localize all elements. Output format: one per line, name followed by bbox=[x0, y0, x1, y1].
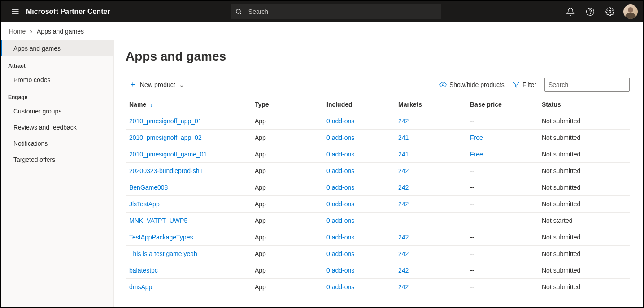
markets-link[interactable]: 241 bbox=[398, 134, 409, 141]
sidebar-item-label: Reviews and feedback bbox=[13, 124, 77, 131]
markets-link[interactable]: 242 bbox=[398, 184, 409, 191]
markets-link[interactable]: 242 bbox=[398, 267, 409, 274]
sidebar-item-promo-codes[interactable]: Promo codes bbox=[1, 72, 113, 88]
addons-link[interactable]: 0 add-ons bbox=[326, 134, 354, 141]
cell-price: -- bbox=[470, 250, 474, 257]
cell-price: -- bbox=[470, 184, 474, 191]
notifications-button[interactable] bbox=[561, 3, 579, 21]
addons-link[interactable]: 0 add-ons bbox=[326, 267, 354, 274]
product-name-link[interactable]: This is a test game yeah bbox=[129, 250, 197, 257]
column-header-type[interactable]: Type bbox=[251, 96, 323, 113]
sidebar-item-label: Apps and games bbox=[13, 45, 61, 52]
new-product-button[interactable]: ＋ New product ⌄ bbox=[126, 77, 188, 92]
cell-type: App bbox=[255, 134, 266, 141]
product-name-link[interactable]: balatestpc bbox=[129, 267, 158, 274]
hamburger-menu-button[interactable] bbox=[6, 7, 24, 16]
markets-link[interactable]: 242 bbox=[398, 283, 409, 291]
cell-status: Not submitted bbox=[542, 234, 580, 241]
global-search-input[interactable] bbox=[248, 8, 437, 15]
addons-link[interactable]: 0 add-ons bbox=[326, 167, 354, 174]
cell-status: Not submitted bbox=[542, 267, 580, 274]
addons-link[interactable]: 0 add-ons bbox=[326, 234, 354, 241]
addons-link[interactable]: 0 add-ons bbox=[326, 250, 354, 257]
markets-link[interactable]: 242 bbox=[398, 250, 409, 257]
table-search[interactable] bbox=[544, 78, 630, 92]
product-name-link[interactable]: dmsApp bbox=[129, 283, 152, 291]
markets-link[interactable]: 242 bbox=[398, 234, 409, 241]
price-link[interactable]: Free bbox=[470, 151, 483, 158]
sidebar-item-targeted-offers[interactable]: Targeted offers bbox=[1, 152, 113, 168]
show-hide-products-button[interactable]: Show/hide products bbox=[439, 81, 505, 88]
sidebar-item-customer-groups[interactable]: Customer groups bbox=[1, 103, 113, 119]
product-name-link[interactable]: 2010_pmesignoff_game_01 bbox=[129, 151, 207, 158]
help-button[interactable] bbox=[581, 3, 599, 21]
cell-type: App bbox=[255, 267, 266, 274]
sidebar-item-reviews-feedback[interactable]: Reviews and feedback bbox=[1, 119, 113, 135]
breadcrumb: Home › Apps and games bbox=[1, 22, 643, 40]
page-title: Apps and games bbox=[126, 49, 630, 64]
layout: Apps and games Attract Promo codes Engag… bbox=[1, 40, 643, 307]
settings-button[interactable] bbox=[601, 3, 619, 21]
product-name-link[interactable]: 20200323-bundleprod-sh1 bbox=[129, 167, 203, 174]
plus-icon: ＋ bbox=[129, 80, 136, 89]
sidebar-item-label: Notifications bbox=[13, 140, 48, 147]
column-header-included[interactable]: Included bbox=[323, 96, 395, 113]
markets-link[interactable]: 242 bbox=[398, 200, 409, 208]
product-name-link[interactable]: TestAppPackageTypes bbox=[129, 234, 193, 241]
filter-label: Filter bbox=[522, 81, 536, 88]
new-product-label: New product bbox=[140, 81, 175, 88]
cell-status: Not submitted bbox=[542, 200, 580, 208]
product-name-link[interactable]: BenGame008 bbox=[129, 184, 168, 191]
product-name-link[interactable]: 2010_pmesignoff_app_01 bbox=[129, 117, 202, 125]
product-name-link[interactable]: MNK_VATPT_UWP5 bbox=[129, 217, 187, 224]
toolbar-right: Show/hide products Filter bbox=[439, 78, 630, 92]
column-header-markets[interactable]: Markets bbox=[395, 96, 466, 113]
breadcrumb-home[interactable]: Home bbox=[9, 28, 26, 35]
cell-status: Not submitted bbox=[542, 151, 580, 158]
cell-price: -- bbox=[470, 200, 474, 208]
markets-link[interactable]: 242 bbox=[398, 167, 409, 174]
help-icon bbox=[586, 7, 595, 16]
table-row: balatestpcApp0 add-ons242--Not submitted bbox=[126, 262, 630, 279]
main-content: Apps and games ＋ New product ⌄ Show/hide… bbox=[114, 40, 643, 307]
svg-point-8 bbox=[442, 84, 444, 86]
topbar-right bbox=[561, 3, 638, 21]
sidebar-item-notifications[interactable]: Notifications bbox=[1, 135, 113, 152]
addons-link[interactable]: 0 add-ons bbox=[326, 117, 354, 125]
global-search[interactable] bbox=[231, 4, 441, 19]
filter-button[interactable]: Filter bbox=[513, 81, 536, 88]
products-table: Name ↓ Type Included Markets Base price … bbox=[126, 96, 630, 295]
table-row: 20200323-bundleprod-sh1App0 add-ons242--… bbox=[126, 163, 630, 179]
addons-link[interactable]: 0 add-ons bbox=[326, 217, 354, 224]
addons-link[interactable]: 0 add-ons bbox=[326, 200, 354, 208]
product-name-link[interactable]: 2010_pmesignoff_app_02 bbox=[129, 134, 202, 141]
cell-type: App bbox=[255, 200, 266, 208]
product-name-link[interactable]: JlsTestApp bbox=[129, 200, 160, 208]
column-header-price[interactable]: Base price bbox=[466, 96, 538, 113]
table-search-input[interactable] bbox=[548, 81, 627, 88]
svg-line-4 bbox=[240, 13, 241, 14]
cell-status: Not submitted bbox=[542, 134, 580, 141]
breadcrumb-current: Apps and games bbox=[37, 28, 84, 35]
svg-point-5 bbox=[587, 8, 594, 16]
markets-link[interactable]: 242 bbox=[398, 117, 409, 125]
table-row: dmsAppApp0 add-ons242--Not submitted bbox=[126, 279, 630, 295]
markets-link[interactable]: 241 bbox=[398, 151, 409, 158]
addons-link[interactable]: 0 add-ons bbox=[326, 283, 354, 291]
table-row: This is a test game yeahApp0 add-ons242-… bbox=[126, 246, 630, 262]
cell-price: -- bbox=[470, 283, 474, 291]
chevron-right-icon: › bbox=[30, 28, 32, 35]
addons-link[interactable]: 0 add-ons bbox=[326, 151, 354, 158]
table-row: JlsTestAppApp0 add-ons242--Not submitted bbox=[126, 196, 630, 213]
sidebar-item-apps-and-games[interactable]: Apps and games bbox=[1, 40, 113, 56]
addons-link[interactable]: 0 add-ons bbox=[326, 184, 354, 191]
cell-type: App bbox=[255, 234, 266, 241]
table-row: 2010_pmesignoff_app_02App0 add-ons241Fre… bbox=[126, 130, 630, 146]
gear-icon bbox=[605, 7, 614, 16]
table-row: MNK_VATPT_UWP5App0 add-ons----Not starte… bbox=[126, 213, 630, 229]
column-header-name[interactable]: Name ↓ bbox=[126, 96, 251, 113]
avatar[interactable] bbox=[623, 4, 638, 19]
price-link[interactable]: Free bbox=[470, 134, 483, 141]
cell-status: Not submitted bbox=[542, 117, 580, 125]
column-header-status[interactable]: Status bbox=[538, 96, 630, 113]
